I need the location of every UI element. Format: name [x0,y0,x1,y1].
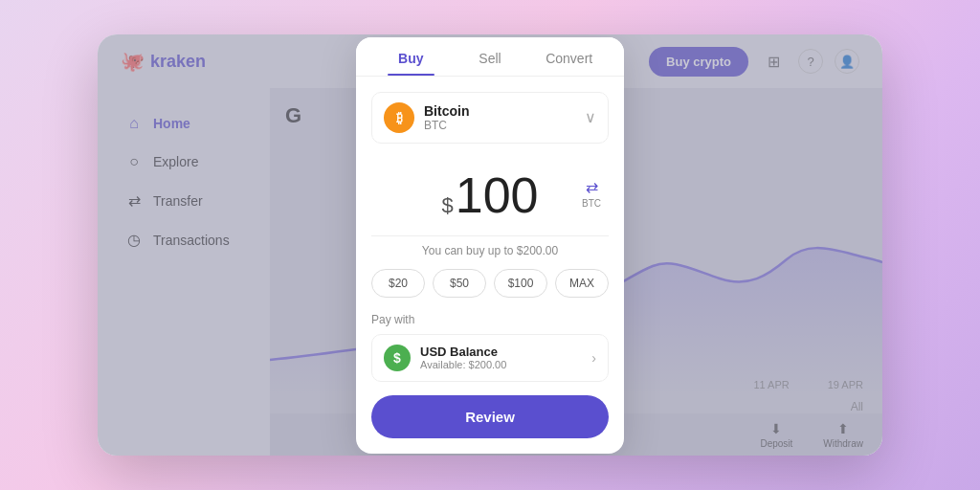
payment-available: Available: $200.00 [420,359,506,370]
usd-balance-icon: $ [384,345,411,371]
amount-divider [371,235,609,236]
payment-chevron-icon: › [591,350,596,366]
coin-selector[interactable]: ₿ Bitcoin BTC ∨ [371,92,609,144]
amount-area: $ 100 ⇄ BTC [371,159,609,228]
modal-body: ₿ Bitcoin BTC ∨ $ 100 ⇄ [356,77,624,454]
coin-info: ₿ Bitcoin BTC [384,102,469,133]
modal-tabs: Buy Sell Convert [356,37,624,77]
limit-text: You can buy up to $200.00 [371,244,609,257]
converted-currency-label: BTC [582,198,601,209]
payment-method[interactable]: $ USD Balance Available: $200.00 › [371,334,609,382]
tab-buy[interactable]: Buy [371,37,451,76]
quick-amounts: $20 $50 $100 MAX [371,269,609,298]
quick-amount-50[interactable]: $50 [433,269,486,298]
pay-with-label: Pay with [371,313,609,326]
payment-info: $ USD Balance Available: $200.00 [384,345,506,371]
amount-value[interactable]: 100 [456,170,539,220]
modal-overlay: Buy Sell Convert ₿ Bitcoin BTC [98,34,882,456]
review-button[interactable]: Review [371,395,609,438]
quick-amount-100[interactable]: $100 [494,269,547,298]
quick-amount-max[interactable]: MAX [555,269,609,298]
payment-name: USD Balance [420,345,506,359]
quick-amount-20[interactable]: $20 [371,269,425,298]
chevron-down-icon: ∨ [585,108,596,126]
coin-details: Bitcoin BTC [424,103,469,132]
buy-modal: Buy Sell Convert ₿ Bitcoin BTC [356,37,624,454]
bitcoin-icon: ₿ [384,102,414,133]
tab-sell[interactable]: Sell [451,37,530,76]
amount-display: $ 100 [371,170,609,220]
currency-symbol: $ [441,193,453,218]
payment-details: USD Balance Available: $200.00 [420,345,506,370]
app-window: 🐙 kraken Buy crypto ⊞ ? 👤 ⌂ Home ○ Explo… [98,34,882,456]
coin-symbol: BTC [424,119,469,132]
swap-icon: ⇄ [586,178,598,196]
swap-currency-button[interactable]: ⇄ BTC [582,178,601,209]
tab-convert[interactable]: Convert [529,37,609,76]
coin-name: Bitcoin [424,103,469,119]
